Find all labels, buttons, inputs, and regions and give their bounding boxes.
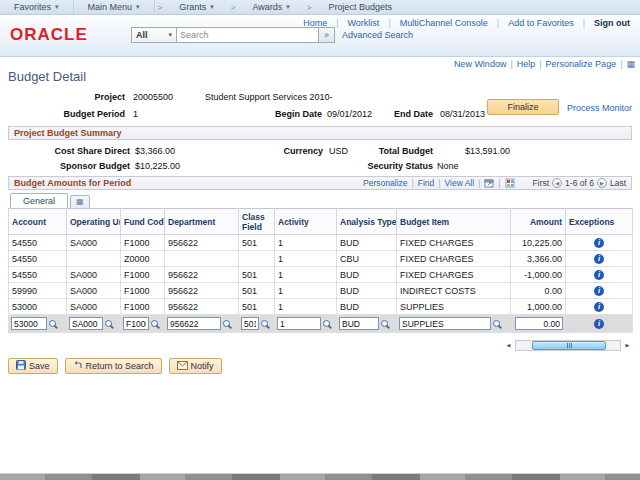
analysis-type-input[interactable] xyxy=(339,317,379,330)
col-fund-code[interactable]: Fund Code xyxy=(121,209,165,235)
add-to-favorites-link[interactable]: Add to Favorites xyxy=(499,18,583,28)
col-account[interactable]: Account xyxy=(9,209,67,235)
scrollbar-track[interactable] xyxy=(515,340,621,351)
col-budget-item[interactable]: Budget Item xyxy=(397,209,511,235)
cell-class-field xyxy=(239,251,275,267)
personalize-link[interactable]: Personalize xyxy=(363,178,407,188)
cell-account: 54550 xyxy=(9,251,67,267)
chevron-down-icon: ▾ xyxy=(168,31,172,39)
activity-input[interactable] xyxy=(277,317,321,330)
breadcrumb-main-menu[interactable]: Main Menu ▾ xyxy=(74,0,155,14)
exception-info-icon[interactable]: i xyxy=(594,286,604,296)
zoom-popup-icon[interactable] xyxy=(484,178,494,188)
cell-department: 956622 xyxy=(165,283,239,299)
cell-analysis-type: BUD xyxy=(337,235,397,251)
sign-out-link[interactable]: Sign out xyxy=(585,18,634,28)
cell-department xyxy=(165,251,239,267)
scrollbar-thumb[interactable] xyxy=(532,341,606,350)
pager-first-label[interactable]: First xyxy=(533,178,550,188)
exception-info-icon[interactable]: i xyxy=(594,302,604,312)
total-budget-label: Total Budget xyxy=(355,146,433,156)
link-separator: | xyxy=(498,178,500,188)
cell-fund-code: F1000 xyxy=(121,283,165,299)
exception-info-icon[interactable]: i xyxy=(594,319,604,329)
fund-code-input[interactable] xyxy=(123,317,149,330)
fund-code-lookup-icon[interactable] xyxy=(151,320,158,327)
end-date-label: End Date xyxy=(357,109,433,119)
search-go-button[interactable]: » xyxy=(319,27,335,43)
cell-department: 956622 xyxy=(165,299,239,315)
cell-account: 53000 xyxy=(9,299,67,315)
project-budget-summary-header: Project Budget Summary xyxy=(8,126,632,140)
download-grid-icon[interactable] xyxy=(505,178,515,188)
class-field-input[interactable] xyxy=(241,317,259,330)
scroll-right-icon[interactable]: ▶ xyxy=(623,341,632,350)
return-to-search-label: Return to Search xyxy=(86,361,154,371)
return-to-search-button[interactable]: Return to Search xyxy=(65,358,162,374)
notify-label: Notify xyxy=(191,361,214,371)
search-bar: All ▾ » Advanced Search xyxy=(131,27,413,43)
department-lookup-icon[interactable] xyxy=(223,320,230,327)
notify-button[interactable]: Notify xyxy=(169,358,222,374)
analysis-type-lookup-icon[interactable] xyxy=(381,320,388,327)
breadcrumb-awards[interactable]: Awards ▾ xyxy=(238,0,303,14)
table-row: 59990 SA000 F1000 956622 501 1 BUD INDIR… xyxy=(9,283,633,299)
department-input[interactable] xyxy=(167,317,221,330)
page-action-bar: New Window | Help | Personalize Page | ▦ xyxy=(454,59,635,69)
show-all-columns-icon[interactable]: ▦ xyxy=(70,195,90,209)
finalize-button[interactable]: Finalize xyxy=(487,99,559,115)
col-operating-unit[interactable]: Operating Unit xyxy=(67,209,121,235)
activity-lookup-icon[interactable] xyxy=(323,320,330,327)
tab-general[interactable]: General xyxy=(10,193,68,209)
col-analysis-type[interactable]: Analysis Type xyxy=(337,209,397,235)
exception-info-icon[interactable]: i xyxy=(594,270,604,280)
new-window-link[interactable]: New Window xyxy=(454,59,507,69)
cell-class-field: 501 xyxy=(239,267,275,283)
search-input[interactable] xyxy=(177,27,319,43)
col-department[interactable]: Department xyxy=(165,209,239,235)
cell-class-field: 501 xyxy=(239,235,275,251)
breadcrumb: Favorites ▾ Main Menu ▾ > Grants ▾ > Awa… xyxy=(0,0,640,15)
cell-analysis-type: BUD xyxy=(337,283,397,299)
cell-activity: 1 xyxy=(275,267,337,283)
find-link[interactable]: Find xyxy=(418,178,435,188)
exception-info-icon[interactable]: i xyxy=(594,238,604,248)
header-banner: ORACLE Home | Worklist | MultiChannel Co… xyxy=(0,15,640,57)
pager-last-label[interactable]: Last xyxy=(610,178,626,188)
next-page-icon[interactable]: ▶ xyxy=(597,178,607,188)
budget-item-input[interactable] xyxy=(399,317,491,330)
cell-department: 956622 xyxy=(165,235,239,251)
sponsor-budget-label: Sponsor Budget xyxy=(20,161,130,171)
table-header-row: Account Operating Unit Fund Code Departm… xyxy=(9,209,633,235)
breadcrumb-favorites[interactable]: Favorites ▾ xyxy=(0,0,74,14)
budget-item-lookup-icon[interactable] xyxy=(493,320,500,327)
account-lookup-icon[interactable] xyxy=(49,320,56,327)
class-field-lookup-icon[interactable] xyxy=(261,320,268,327)
amount-input[interactable] xyxy=(515,317,563,330)
exception-info-icon[interactable]: i xyxy=(594,254,604,264)
help-link[interactable]: Help xyxy=(517,59,536,69)
process-monitor-link[interactable]: Process Monitor xyxy=(567,103,632,113)
operating-unit-lookup-icon[interactable] xyxy=(105,320,112,327)
advanced-search-link[interactable]: Advanced Search xyxy=(342,30,413,40)
col-exceptions[interactable]: Exceptions xyxy=(566,209,633,235)
save-button[interactable]: Save xyxy=(8,358,58,374)
scroll-grip xyxy=(569,343,570,348)
link-separator: | xyxy=(620,59,622,69)
account-input[interactable] xyxy=(11,317,47,330)
search-scope-dropdown[interactable]: All ▾ xyxy=(131,27,177,43)
operating-unit-input[interactable] xyxy=(69,317,103,330)
cell-analysis-type: BUD xyxy=(337,267,397,283)
breadcrumb-label: Awards xyxy=(252,2,282,12)
personalize-page-link[interactable]: Personalize Page xyxy=(546,59,617,69)
col-amount[interactable]: Amount xyxy=(511,209,566,235)
col-class-field[interactable]: Class Field xyxy=(239,209,275,235)
previous-page-icon[interactable]: ◀ xyxy=(552,178,562,188)
breadcrumb-grants[interactable]: Grants ▾ xyxy=(165,0,228,14)
scroll-left-icon[interactable]: ◀ xyxy=(504,341,513,350)
view-all-link[interactable]: View All xyxy=(445,178,475,188)
col-activity[interactable]: Activity xyxy=(275,209,337,235)
breadcrumb-project-budgets[interactable]: Project Budgets xyxy=(315,0,407,14)
http-grid-icon[interactable]: ▦ xyxy=(626,59,635,69)
cell-class-field: 501 xyxy=(239,299,275,315)
